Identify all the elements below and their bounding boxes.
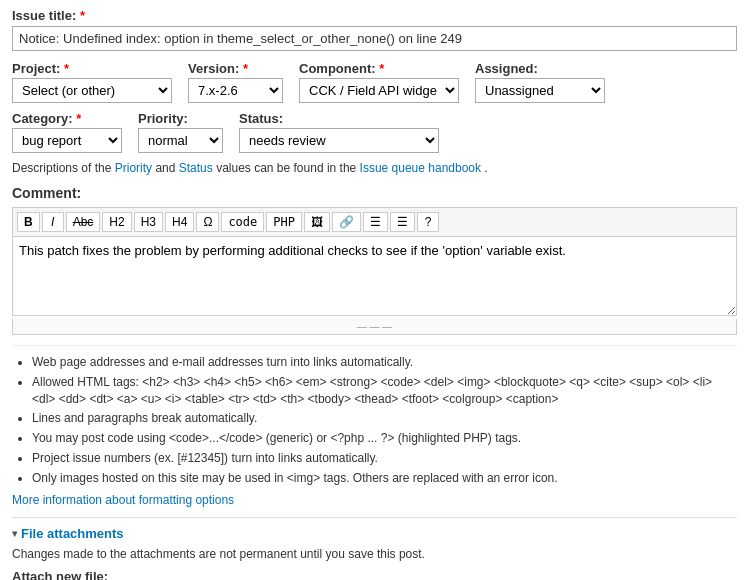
assigned-label: Assigned: [475, 61, 605, 76]
toolbar-link[interactable]: 🔗 [332, 212, 361, 232]
status-link[interactable]: Status [179, 161, 213, 175]
scrollbar-hint: — — — [12, 319, 737, 335]
toolbar-code[interactable]: code [221, 212, 264, 232]
help-text: Descriptions of the Priority and Status … [12, 161, 737, 175]
toolbar-strikethrough[interactable]: Abc [66, 212, 101, 232]
category-group: Category: * bug report [12, 111, 122, 153]
issue-title-label: Issue title: * [12, 8, 737, 23]
list-item: Project issue numbers (ex. [#12345]) tur… [32, 450, 737, 467]
list-item: Only images hosted on this site may be u… [32, 470, 737, 487]
toolbar-php[interactable]: PHP [266, 212, 302, 232]
more-formatting-link[interactable]: More information about formatting option… [12, 493, 234, 507]
status-label: Status: [239, 111, 439, 126]
component-label: Component: * [299, 61, 459, 76]
comment-textarea[interactable]: This patch fixes the problem by performi… [12, 236, 737, 316]
assigned-group: Assigned: Unassigned [475, 61, 605, 103]
attach-new-file: Attach new file: Choose File 🔧 select_or… [12, 569, 737, 580]
form-row-1: Project: * Select (or other) Version: * … [12, 61, 737, 103]
attach-new-file-label: Attach new file: [12, 569, 737, 580]
category-label: Category: * [12, 111, 122, 126]
toolbar-omega[interactable]: Ω [196, 212, 219, 232]
issue-title-input[interactable] [12, 26, 737, 51]
assigned-select[interactable]: Unassigned [475, 78, 605, 103]
list-item: Web page addresses and e-mail addresses … [32, 354, 737, 371]
component-select[interactable]: CCK / Field API widget [299, 78, 459, 103]
comment-label: Comment: [12, 185, 737, 201]
toolbar-help[interactable]: ? [417, 212, 439, 232]
list-item: Allowed HTML tags: <h2> <h3> <h4> <h5> <… [32, 374, 737, 408]
file-attachments-title[interactable]: ▾ File attachments [12, 526, 737, 541]
toolbar-h4[interactable]: H4 [165, 212, 194, 232]
version-group: Version: * 7.x-2.6 [188, 61, 283, 103]
category-select[interactable]: bug report [12, 128, 122, 153]
toolbar-italic[interactable]: I [42, 212, 64, 232]
toolbar-h2[interactable]: H2 [102, 212, 131, 232]
comment-toolbar: B I Abc H2 H3 H4 Ω code PHP 🖼 🔗 ☰ ☰ ? [12, 207, 737, 236]
project-label: Project: * [12, 61, 172, 76]
status-select[interactable]: needs review [239, 128, 439, 153]
attach-note: Changes made to the attachments are not … [12, 547, 737, 561]
toolbar-bold[interactable]: B [17, 212, 40, 232]
component-group: Component: * CCK / Field API widget [299, 61, 459, 103]
issue-title-label-text: Issue title: [12, 8, 76, 23]
more-formatting: More information about formatting option… [12, 493, 737, 507]
handbook-link[interactable]: Issue queue handbook [360, 161, 481, 175]
issue-title-required: * [80, 8, 85, 23]
status-group: Status: needs review [239, 111, 439, 153]
toolbar-h3[interactable]: H3 [134, 212, 163, 232]
priority-select[interactable]: normal [138, 128, 223, 153]
priority-label: Priority: [138, 111, 223, 126]
issue-title-section: Issue title: * [12, 8, 737, 51]
file-attachments-section: ▾ File attachments Changes made to the a… [12, 517, 737, 580]
list-item: Lines and paragraphs break automatically… [32, 410, 737, 427]
hints-section: Web page addresses and e-mail addresses … [12, 345, 737, 507]
file-attachments-label: File attachments [21, 526, 124, 541]
toolbar-list-ul[interactable]: ☰ [363, 212, 388, 232]
comment-section: Comment: B I Abc H2 H3 H4 Ω code PHP 🖼 🔗… [12, 185, 737, 335]
form-row-2: Category: * bug report Priority: normal … [12, 111, 737, 153]
priority-link[interactable]: Priority [115, 161, 152, 175]
project-select[interactable]: Select (or other) [12, 78, 172, 103]
priority-group: Priority: normal [138, 111, 223, 153]
list-item: You may post code using <code>...</code>… [32, 430, 737, 447]
collapse-icon: ▾ [12, 528, 17, 539]
version-select[interactable]: 7.x-2.6 [188, 78, 283, 103]
toolbar-list-ol[interactable]: ☰ [390, 212, 415, 232]
hints-list: Web page addresses and e-mail addresses … [12, 354, 737, 487]
toolbar-image[interactable]: 🖼 [304, 212, 330, 232]
version-label: Version: * [188, 61, 283, 76]
project-group: Project: * Select (or other) [12, 61, 172, 103]
